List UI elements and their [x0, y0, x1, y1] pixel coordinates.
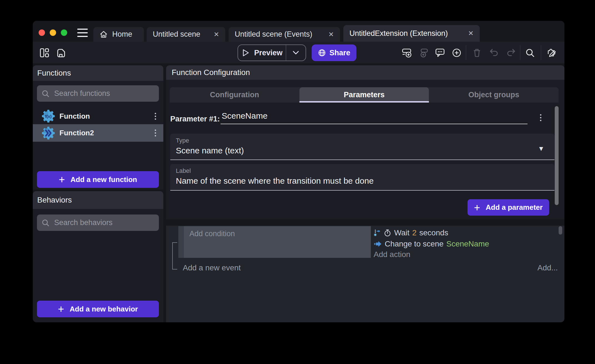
tab-parameters[interactable]: Parameters [299, 87, 429, 103]
add-behavior-label: Add a new behavior [70, 305, 138, 313]
add-new-event-link[interactable]: Add a new event [183, 263, 241, 272]
redo-button[interactable] [505, 47, 516, 58]
delete-button[interactable] [471, 47, 482, 58]
toggle-panels-button[interactable] [39, 47, 50, 58]
tab-home[interactable]: Home [93, 27, 144, 42]
search-behaviors-input[interactable] [54, 218, 154, 227]
left-sidebar: Functions [33, 65, 163, 322]
async-action-icon [374, 229, 381, 237]
search-icon [525, 48, 535, 58]
search-button[interactable] [524, 47, 536, 58]
event-margin[interactable] [178, 226, 184, 258]
event-conditions-area[interactable]: Add condition [184, 226, 371, 258]
tab-label: Untitled scene (Events) [235, 30, 312, 39]
tab-object-groups[interactable]: Object groups [429, 87, 559, 103]
parameter-label-field[interactable]: Label [170, 164, 554, 191]
wait-unit: seconds [419, 228, 448, 237]
add-function-button[interactable]: + Add a new function [37, 171, 159, 188]
function-list-item[interactable]: f(x) Function [33, 108, 163, 124]
add-action-link[interactable]: Add action [374, 250, 410, 259]
type-field-label: Type [176, 137, 189, 144]
add-event-icon [402, 48, 412, 58]
panels-icon [39, 48, 49, 58]
parameter-number-label: Parameter #1: [170, 115, 220, 123]
parameter-name-input[interactable] [221, 110, 528, 124]
dropdown-caret-icon[interactable]: ▼ [538, 145, 544, 153]
share-button[interactable]: Share [312, 44, 356, 61]
add-parameter-button[interactable]: + Add a parameter [468, 199, 549, 216]
add-behavior-button[interactable]: + Add a new behavior [37, 301, 159, 317]
toolbar-separator [541, 45, 541, 60]
add-something-button[interactable] [451, 47, 462, 58]
close-icon[interactable]: ✕ [214, 31, 219, 38]
add-comment-button[interactable] [434, 47, 446, 58]
tab-untitled-extension[interactable]: UntitledExtension (Extension) ✕ [343, 25, 480, 42]
function-configuration-header: Function Configuration [166, 65, 564, 80]
event-bracket [172, 242, 177, 270]
fullscreen-window-button[interactable] [61, 29, 67, 36]
undo-button[interactable] [489, 47, 500, 58]
add-function-label: Add a new function [71, 175, 137, 184]
functions-panel: Functions [33, 65, 163, 190]
tab-configuration[interactable]: Configuration [170, 87, 299, 103]
label-field-label: Label [176, 167, 191, 174]
play-icon [241, 49, 250, 57]
change-scene-icon [374, 241, 382, 247]
function-item-menu-icon[interactable] [153, 111, 158, 121]
preview-label: Preview [254, 49, 282, 57]
trash-icon [472, 48, 482, 58]
add-more-link[interactable]: Add... [538, 263, 558, 272]
close-icon[interactable]: ✕ [468, 30, 474, 37]
tab-object-groups-label: Object groups [468, 91, 519, 99]
add-subevent-button[interactable] [418, 47, 429, 58]
functions-header: Functions [33, 65, 163, 81]
function2-item-label: Function2 [59, 129, 94, 137]
minimize-window-button[interactable] [50, 29, 56, 36]
function-gear-icon: f(x) [42, 109, 55, 123]
share-label: Share [329, 49, 350, 57]
save-button[interactable] [55, 47, 66, 58]
timer-icon [384, 229, 391, 237]
add-event-button[interactable] [401, 47, 412, 58]
events-scrollbar[interactable] [559, 226, 562, 235]
tab-untitled-scene[interactable]: Untitled scene ✕ [147, 27, 225, 42]
add-condition-link[interactable]: Add condition [189, 230, 235, 238]
close-icon[interactable]: ✕ [328, 31, 334, 38]
tab-configuration-label: Configuration [210, 91, 259, 99]
search-behaviors[interactable] [37, 215, 159, 231]
close-window-button[interactable] [39, 29, 45, 36]
parameter-type-field[interactable]: Type Scene name (text) ▼ [170, 134, 554, 160]
globe-icon [318, 49, 326, 57]
preview-button[interactable]: Preview [238, 44, 306, 61]
type-field-value[interactable]: Scene name (text) [176, 146, 531, 155]
edit-extension-button[interactable] [546, 47, 557, 58]
function2-list-item[interactable]: Function2 [33, 124, 163, 142]
window-controls [39, 29, 67, 36]
tab-untitled-scene-events[interactable]: Untitled scene (Events) ✕ [229, 27, 340, 42]
search-icon [41, 89, 50, 98]
parameter-menu-icon[interactable] [538, 113, 543, 123]
action-wait[interactable]: Wait 2 seconds [374, 228, 448, 238]
main-menu-icon[interactable] [77, 29, 88, 37]
preview-button-main[interactable]: Preview [238, 45, 286, 61]
add-parameter-label: Add a parameter [486, 203, 543, 212]
preview-options-button[interactable] [286, 45, 306, 61]
toolbar: Preview Share [33, 42, 564, 63]
function2-item-menu-icon[interactable] [153, 128, 158, 138]
add-subevent-icon [419, 48, 429, 58]
search-functions-input[interactable] [54, 89, 154, 98]
change-scene-value: SceneName [446, 240, 489, 248]
wait-value: 2 [412, 228, 417, 237]
action-change-scene[interactable]: Change to scene SceneName [374, 239, 489, 249]
toolbar-separator [520, 45, 520, 60]
redo-icon [506, 48, 516, 58]
tab-label: Untitled scene [153, 30, 200, 39]
configuration-tabs: Configuration Parameters Object groups [170, 87, 559, 103]
config-scrollbar[interactable] [555, 106, 559, 205]
label-field-input[interactable] [176, 176, 531, 186]
search-functions[interactable] [37, 85, 159, 102]
svg-text:f(x): f(x) [45, 114, 51, 119]
behaviors-panel: Behaviors + Add a new behavior [33, 191, 163, 322]
change-scene-label: Change to scene [385, 240, 444, 248]
tab-parameters-label: Parameters [344, 91, 384, 99]
